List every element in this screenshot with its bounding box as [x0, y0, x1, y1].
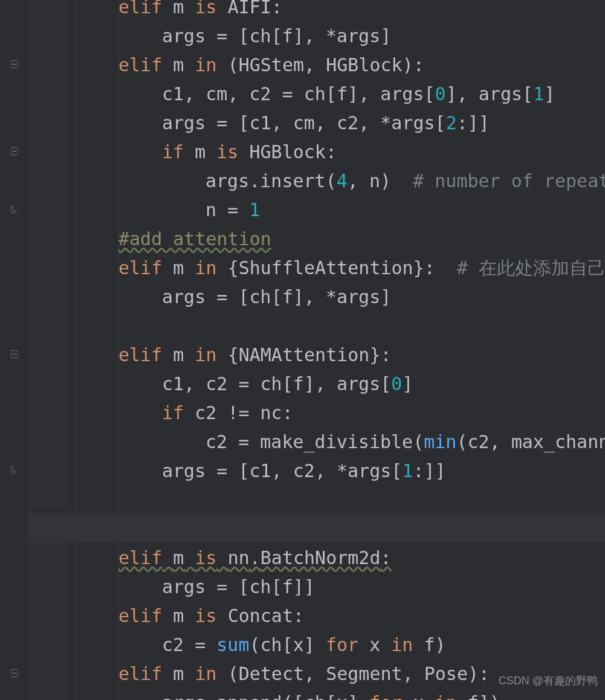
code-token: ,	[403, 663, 413, 684]
fold-collapse-icon[interactable]	[10, 669, 18, 677]
code-token: ch	[250, 25, 271, 47]
gutter-shade	[28, 541, 66, 700]
code-line[interactable]: elif m is nn.BatchNorm2d:	[118, 544, 392, 573]
code-token: :	[271, 0, 282, 18]
fold-end-icon[interactable]	[10, 205, 18, 213]
code-token	[217, 344, 228, 365]
code-token	[326, 460, 337, 481]
code-line[interactable]: elif m in (HGStem, HGBlock):	[118, 51, 424, 80]
code-line[interactable]: args = [ch[f], *args]	[162, 283, 391, 312]
code-line[interactable]: args.insert(4, n) # number of repeat	[205, 167, 605, 196]
code-token: append	[216, 692, 282, 700]
code-token	[205, 141, 216, 162]
code-token: [	[435, 112, 446, 133]
code-token: !=	[227, 402, 249, 423]
code-token	[227, 25, 238, 47]
code-token: ,	[304, 663, 315, 684]
code-token: in	[195, 257, 216, 278]
code-token	[216, 402, 227, 423]
code-token: :	[381, 547, 392, 568]
code-token	[315, 25, 326, 47]
code-token: )	[380, 170, 391, 191]
code-token: :	[282, 402, 293, 423]
code-token: ]	[446, 83, 457, 104]
code-line[interactable]: args = [ch[f]]	[162, 573, 315, 602]
code-token: ]	[293, 286, 304, 307]
code-line[interactable]: c1, cm, c2 = ch[f], args[0], args[1]	[162, 80, 555, 109]
code-token: [	[238, 576, 249, 597]
code-token: =	[195, 634, 205, 655]
code-token: make_divisible	[260, 431, 413, 452]
code-token	[227, 576, 238, 597]
code-token: )	[468, 663, 479, 684]
code-token: :]]	[413, 460, 445, 481]
code-line[interactable]: c2 = make_divisible(min(c2, max_chann	[205, 428, 605, 457]
code-token: 1	[402, 460, 413, 481]
code-token: ch	[250, 286, 271, 307]
code-line[interactable]: elif m in {NAMAttention}:	[118, 341, 392, 370]
code-token: ,	[304, 54, 315, 75]
fold-collapse-icon[interactable]	[10, 147, 18, 155]
code-token: ,	[490, 431, 500, 452]
code-token: ,	[271, 112, 282, 133]
code-token: [	[391, 460, 402, 481]
code-token: =	[216, 112, 227, 133]
code-line[interactable]: if c2 != nc:	[162, 399, 293, 428]
code-token: args	[380, 83, 424, 104]
code-line[interactable]: args = [ch[f], *args]	[162, 22, 391, 51]
code-token	[271, 83, 282, 104]
code-token: c2	[162, 634, 184, 655]
gutter[interactable]	[0, 0, 29, 700]
code-line[interactable]: elif m is AIFI:	[118, 0, 282, 22]
code-token: {	[228, 257, 239, 278]
code-token	[500, 431, 511, 452]
code-token: c2	[205, 373, 227, 394]
code-token: cm	[205, 83, 227, 104]
fold-collapse-icon[interactable]	[10, 60, 18, 68]
code-token: is	[195, 0, 216, 18]
fold-collapse-icon[interactable]	[10, 350, 18, 358]
code-editor[interactable]: elif m is AIFI:args = [ch[f], *args]elif…	[0, 0, 605, 700]
code-line[interactable]: args.append([ch[x] for x in f])	[162, 689, 500, 700]
code-token: 1	[249, 199, 260, 220]
code-token: n	[369, 170, 380, 191]
code-token: [	[271, 576, 282, 597]
code-line[interactable]: c2 = sum(ch[x] for x in f)	[162, 631, 446, 660]
code-token: =	[216, 286, 227, 307]
code-token	[238, 199, 249, 220]
code-token: ,	[315, 373, 326, 394]
code-token: c2	[293, 460, 315, 481]
code-line[interactable]: n = 1	[205, 196, 260, 225]
code-token: c2	[205, 431, 227, 452]
code-line[interactable]: elif m in (Detect, Segment, Pose):	[118, 660, 490, 689]
code-token: :	[424, 257, 435, 278]
code-token	[217, 547, 228, 568]
code-token	[227, 286, 238, 307]
code-line[interactable]: if m is HGBlock:	[162, 138, 337, 167]
code-area[interactable]: elif m is AIFI:args = [ch[f], *args]elif…	[29, 0, 605, 700]
code-token: ]	[348, 692, 358, 700]
code-token	[315, 634, 326, 655]
code-token: args	[348, 460, 391, 481]
code-token: [	[271, 25, 282, 47]
code-token: :	[479, 663, 490, 684]
code-token: if	[162, 402, 184, 423]
code-token: ([	[282, 692, 304, 700]
code-line[interactable]: args = [c1, cm, c2, *args[2:]]	[162, 109, 490, 138]
code-token: in	[195, 663, 216, 684]
code-token: c2	[250, 83, 271, 104]
code-token: ,	[358, 83, 369, 104]
code-line[interactable]: elif m is Concat:	[118, 602, 304, 631]
code-token: args	[162, 692, 205, 700]
code-token	[227, 460, 238, 481]
code-line[interactable]: c1, c2 = ch[f], args[0]	[162, 370, 413, 399]
code-line[interactable]: #add attention	[118, 225, 271, 254]
code-token: c2	[337, 112, 358, 133]
code-token: Detect	[239, 663, 304, 684]
code-token: f	[282, 286, 293, 307]
code-token: Pose	[424, 663, 468, 684]
code-token: args	[337, 286, 380, 307]
code-line[interactable]: elif m in {ShuffleAttention}: # 在此处添加自己	[118, 254, 605, 283]
fold-end-icon[interactable]	[10, 466, 18, 474]
code-line[interactable]: args = [c1, c2, *args[1:]]	[162, 457, 446, 486]
